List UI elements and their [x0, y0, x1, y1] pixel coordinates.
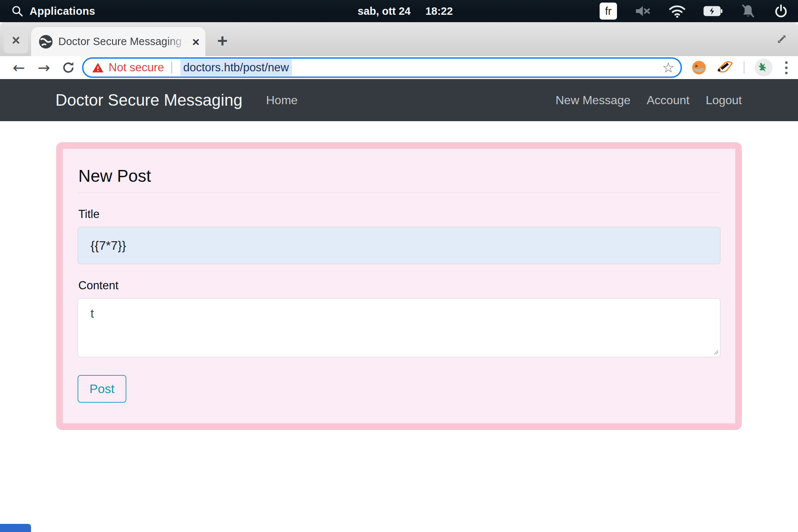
tab-title: Doctor Secure Messaging - New — [58, 35, 190, 48]
time-label: 18:22 — [425, 5, 453, 17]
wifi-icon[interactable] — [669, 4, 686, 18]
applications-label: Applications — [30, 5, 95, 17]
keyboard-layout-indicator[interactable]: fr — [600, 3, 617, 20]
browser-window: × Doctor Secure Messaging - New × + ← → — [0, 22, 798, 532]
site-navbar: Doctor Secure Messaging Home New Message… — [0, 79, 798, 121]
title-label: Title — [78, 208, 720, 221]
omnibox-divider — [171, 62, 172, 74]
back-button[interactable]: ← — [10, 58, 28, 77]
content-label: Content — [78, 279, 720, 292]
new-tab-button[interactable]: + — [212, 30, 233, 51]
browser-menu-icon[interactable] — [783, 61, 790, 74]
content-textarea[interactable]: t — [78, 298, 720, 357]
applications-menu[interactable]: Applications — [11, 0, 95, 22]
window-close-button[interactable]: × — [4, 27, 28, 53]
battery-charging-icon[interactable] — [703, 6, 723, 17]
nav-link-account[interactable]: Account — [647, 93, 690, 107]
notifications-off-icon[interactable] — [740, 4, 756, 18]
nav-link-logout[interactable]: Logout — [706, 93, 742, 107]
nav-link-new-message[interactable]: New Message — [556, 93, 631, 107]
extension-icon-fox[interactable] — [691, 60, 707, 75]
page-content: New Post Title Content t Post — [0, 121, 798, 532]
browser-tab[interactable]: Doctor Secure Messaging - New × — [31, 27, 205, 56]
bookmark-star-icon[interactable]: ☆ — [662, 61, 675, 75]
expand-window-icon[interactable] — [773, 30, 791, 48]
address-bar[interactable]: Not secure doctors.htb/post/new ☆ — [82, 57, 682, 78]
forward-button[interactable]: → — [35, 58, 53, 77]
title-input[interactable] — [78, 227, 720, 264]
extension-icon-dragon[interactable] — [755, 59, 773, 76]
tab-strip: × Doctor Secure Messaging - New × + — [0, 22, 798, 56]
globe-favicon — [38, 34, 53, 49]
date-label: sab, ott 24 — [358, 5, 410, 17]
volume-muted-icon[interactable] — [635, 4, 651, 18]
nav-link-home[interactable]: Home — [266, 93, 297, 107]
power-icon[interactable] — [774, 4, 788, 18]
extension-icon-badger[interactable] — [717, 60, 733, 75]
post-button[interactable]: Post — [78, 375, 126, 403]
url-text[interactable]: doctors.htb/post/new — [180, 59, 292, 76]
browser-status-bubble — [0, 524, 31, 532]
tab-close-icon[interactable]: × — [192, 35, 200, 48]
system-top-bar: Applications sab, ott 24 18:22 fr — [0, 0, 798, 22]
toolbar-divider — [744, 61, 744, 74]
browser-toolbar: ← → Not secure doctors.htb/post/new ☆ — [0, 56, 798, 79]
textarea-resize-handle[interactable] — [713, 349, 719, 355]
new-post-card: New Post Title Content t Post — [56, 142, 742, 430]
search-icon — [11, 5, 24, 17]
not-secure-label[interactable]: Not secure — [109, 61, 164, 74]
not-secure-warning-icon — [92, 63, 103, 73]
page-title: New Post — [78, 166, 720, 193]
site-brand[interactable]: Doctor Secure Messaging — [55, 91, 242, 109]
clock[interactable]: sab, ott 24 18:22 — [358, 0, 453, 22]
reload-button[interactable] — [59, 58, 78, 77]
